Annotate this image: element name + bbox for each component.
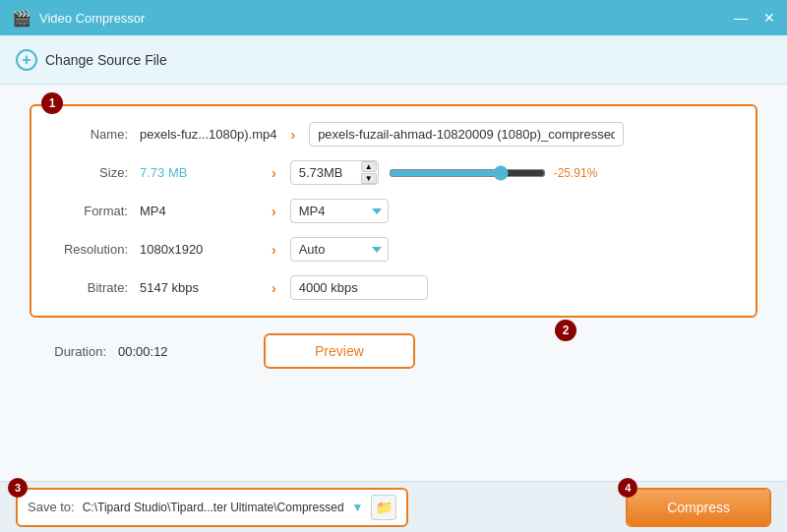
size-controls: ▲ ▼ -25.91% [290,160,603,185]
name-input[interactable] [309,122,624,147]
format-label: Format: [51,204,140,218]
preview-button[interactable]: Preview [264,333,415,369]
toolbar: + Change Source File [0,35,787,85]
format-original-value: MP4 [140,204,258,218]
resolution-label: Resolution: [51,242,140,257]
plus-icon: + [16,49,37,71]
name-arrow-icon: › [290,127,295,143]
step1-badge: 1 [41,92,63,114]
resolution-arrow-icon: › [272,242,276,258]
compress-button-wrap: 4 Compress [626,488,771,527]
close-button[interactable]: ✕ [763,11,775,25]
minimize-button[interactable]: — [734,11,748,25]
spinner-buttons: ▲ ▼ [361,161,377,184]
save-path-value: C:\Tipard Studio\Tipard...ter Ultimate\C… [83,501,344,514]
name-label: Name: [51,127,140,142]
step3-badge: 3 [8,478,28,498]
resolution-select[interactable]: Auto 1080p 720p 480p 360p [290,237,389,262]
title-bar-left: 🎬 Video Compressor [12,9,145,28]
bitrate-row: Bitrate: 5147 kbps › [51,275,736,300]
bitrate-original-value: 5147 kbps [140,280,258,295]
save-to-label: Save to: [28,500,75,514]
size-row: Size: 7.73 MB › ▲ ▼ -25.91% [51,160,736,185]
bitrate-label: Bitrate: [51,280,140,295]
title-bar-controls: — ✕ [734,11,775,25]
bitrate-arrow-icon: › [272,280,276,296]
app-icon: 🎬 [12,9,31,28]
size-percent-label: -25.91% [554,166,603,180]
compress-button[interactable]: Compress [628,490,769,525]
step4-badge: 4 [618,478,637,498]
bitrate-input[interactable] [290,275,428,300]
spinner-down-button[interactable]: ▼ [361,173,377,184]
save-folder-button[interactable]: 📁 [371,495,396,520]
size-slider[interactable] [389,165,546,181]
main-content: 1 Name: pexels-fuz...1080p).mp4 › Size: … [0,85,787,481]
spinner-up-button[interactable]: ▲ [361,161,377,172]
slider-wrap: -25.91% [389,165,603,181]
step2-badge: 2 [555,320,576,341]
bottom-bar: 3 Save to: C:\Tipard Studio\Tipard...ter… [0,481,787,532]
save-to-section: 3 Save to: C:\Tipard Studio\Tipard...ter… [16,488,408,527]
size-original-value: 7.73 MB [140,165,258,180]
change-source-button[interactable]: + Change Source File [16,49,167,71]
app-title: Video Compressor [39,11,145,26]
save-path-dropdown[interactable]: ▼ [352,501,364,514]
settings-panel: 1 Name: pexels-fuz...1080p).mp4 › Size: … [30,104,757,318]
format-select[interactable]: MP4 MKV AVI MOV WMV [290,199,389,223]
resolution-original-value: 1080x1920 [140,242,258,257]
size-label: Size: [51,165,140,180]
format-arrow-icon: › [272,204,276,219]
format-row: Format: MP4 › MP4 MKV AVI MOV WMV [51,199,736,223]
name-row: Name: pexels-fuz...1080p).mp4 › [51,122,736,147]
name-original-value: pexels-fuz...1080p).mp4 [140,127,276,142]
size-spinner-wrap: ▲ ▼ [290,160,379,185]
duration-label: Duration: [30,344,118,359]
change-source-label: Change Source File [45,52,167,68]
duration-row: Duration: 00:00:12 2 Preview [30,333,757,369]
folder-icon: 📁 [376,500,393,515]
duration-value: 00:00:12 [118,344,236,359]
title-bar: 🎬 Video Compressor — ✕ [0,0,787,35]
size-arrow-icon: › [272,165,276,181]
resolution-row: Resolution: 1080x1920 › Auto 1080p 720p … [51,237,736,262]
